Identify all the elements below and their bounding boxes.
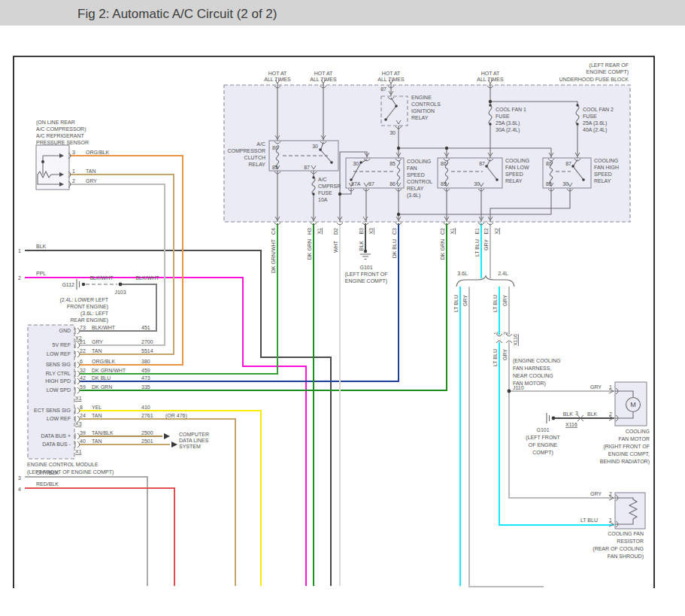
shape: [338, 193, 341, 196]
label: C2: [440, 228, 445, 235]
label: DK BLU: [392, 239, 397, 258]
label: LT BLU: [493, 349, 498, 366]
label: X3: [75, 421, 82, 426]
label: COMPUTER: [179, 432, 209, 437]
pin-label: 1: [609, 384, 612, 390]
label: 451: [141, 325, 150, 330]
shape: [445, 147, 448, 150]
label: G101: [536, 427, 549, 432]
label: ALL TIMES: [264, 77, 291, 82]
label: FRONT ENGINE): [67, 304, 108, 310]
label: 2501: [141, 438, 153, 444]
label: 21: [80, 339, 86, 344]
label: TAN/BLK: [92, 430, 114, 435]
label: 1: [493, 332, 499, 335]
label: GRY: [462, 295, 468, 306]
label: UNDERHOOD FUSE BLOCK: [559, 77, 629, 82]
label: COOLING: [626, 429, 650, 434]
shape: [319, 148, 322, 151]
label: 473: [141, 375, 150, 381]
label: RED/BLK: [36, 481, 59, 487]
label: B3: [359, 228, 364, 235]
label: RELAY: [411, 115, 429, 120]
label: DK GRN: [307, 239, 312, 259]
label: DATA BUS +: [41, 433, 71, 438]
shape: [360, 254, 371, 259]
label: GRY: [86, 178, 97, 184]
label: CLUTCH: [244, 155, 265, 160]
label: GRY: [502, 349, 508, 360]
label: DK GRN/WHT: [271, 238, 276, 273]
shape: [571, 165, 574, 168]
label: HOT AT: [314, 71, 333, 76]
wire-org-blk-sensor: [70, 156, 183, 365]
g101-fuse-block-ground: G101 (LEFT FRONT OF ENGINE COMPT): [345, 265, 388, 284]
label: COMPRESSOR: [227, 148, 265, 153]
label: 3: [18, 475, 21, 481]
label: 59: [80, 384, 86, 390]
label: BLK: [36, 244, 47, 249]
label: 3: [575, 411, 578, 416]
pin-label: 1: [72, 168, 75, 174]
label: BEHIND RADIATOR): [600, 459, 650, 465]
pin-label: 30: [389, 130, 396, 135]
label: (LEFT FRONT OF: [345, 272, 388, 278]
shape: [330, 161, 333, 164]
label: 1: [18, 248, 21, 253]
label: FUSE: [496, 114, 510, 119]
label: 42: [80, 375, 86, 381]
ecm-title: ENGINE CONTROL MODULE (LEFT FRONT OF ENG…: [27, 462, 114, 475]
label: ECT SENS SIG: [34, 408, 71, 413]
label: SYSTEM: [179, 444, 201, 449]
pin-label: 87: [565, 161, 571, 166]
label: SPEED: [407, 172, 425, 178]
label: A/C: [256, 141, 265, 147]
label: FAN SHROUD): [608, 554, 644, 560]
label: ALL TIMES: [310, 77, 337, 82]
label: GRY: [590, 491, 602, 496]
label: LT BLU: [453, 295, 459, 312]
label: X116: [565, 422, 577, 427]
wire-gry-blk-3: [25, 477, 147, 586]
label: SENS SIG: [46, 362, 71, 367]
label: SPEED: [505, 171, 523, 177]
label: (3.6L: LEFT: [80, 311, 109, 317]
component-boxes: [28, 85, 647, 529]
label: LOW SPD: [47, 387, 71, 393]
label: 410: [141, 405, 150, 410]
label: CONTROLS: [411, 102, 441, 107]
label: FUSE: [583, 114, 597, 119]
label: HOT AT: [481, 71, 500, 76]
data-lines-destination: COMPUTER DATA LINES SYSTEM: [179, 432, 209, 449]
g101-motor-ground-labels: G101 (LEFT FRONT OF ENGINE COMPT): [526, 427, 560, 456]
pressure-sensor-box: [36, 145, 69, 190]
wiring-diagram-page: Fig 2: Automatic A/C Circuit (2 of 2): [0, 0, 685, 616]
label: IGNITION: [411, 108, 435, 114]
label: D2: [333, 228, 338, 235]
pin-label: 85: [441, 181, 447, 187]
label: LOW REF: [47, 416, 71, 421]
label: RESISTOR: [617, 539, 644, 544]
label: ENGINE CONTROL MODULE: [27, 462, 99, 467]
title-bar: Fig 2: Automatic A/C Circuit (2 of 2): [0, 0, 685, 26]
shape: [485, 165, 488, 168]
engine-split-brace: [456, 276, 514, 287]
label: BLK/WHT: [135, 275, 159, 281]
label: 40A (2.4L): [583, 127, 607, 133]
label: BLK: [359, 241, 364, 251]
label: RELAY: [407, 186, 424, 191]
label: X3: [368, 228, 374, 235]
shape: [384, 118, 387, 121]
label: LOW REF: [47, 351, 71, 357]
label: RELAY: [594, 178, 611, 184]
label: 39: [80, 430, 86, 435]
shape: [508, 390, 511, 393]
label: HIGH SPD: [45, 378, 71, 384]
label: HOT AT: [268, 71, 287, 76]
label: DK GRN: [440, 239, 445, 259]
circuit-diagram: Fig 2: Automatic A/C Circuit (2 of 2): [0, 0, 685, 616]
label: GND: [59, 328, 71, 333]
label: BLK: [563, 411, 574, 417]
pin-label: 86: [441, 161, 447, 166]
label: 25A (3.6L): [583, 120, 607, 126]
